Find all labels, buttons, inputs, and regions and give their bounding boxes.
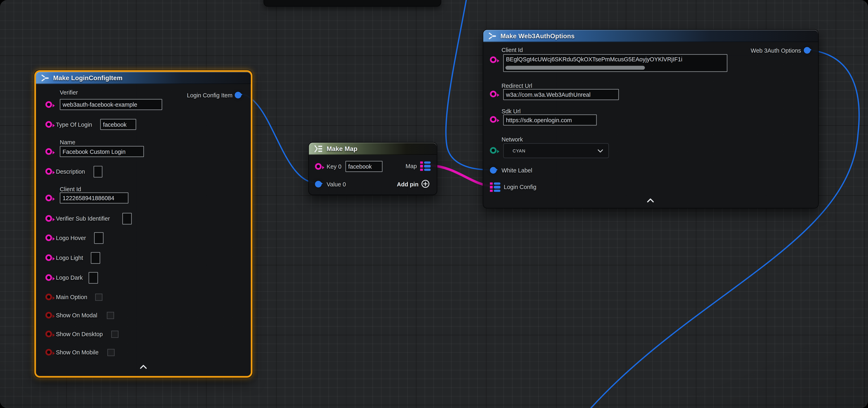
node-header[interactable]: Make Web3AuthOptions bbox=[483, 30, 818, 42]
show-on-mobile-checkbox[interactable] bbox=[107, 349, 115, 356]
input-pin-show-on-modal[interactable] bbox=[45, 312, 52, 318]
field-label-show-on-modal: Show On Modal bbox=[56, 312, 97, 318]
input-pin-value-0[interactable] bbox=[315, 181, 322, 188]
input-pin-verifier-sub-identifier[interactable] bbox=[45, 215, 52, 222]
verifier-input[interactable]: web3auth-facebook-example bbox=[60, 99, 162, 110]
input-pin-network[interactable] bbox=[490, 147, 497, 154]
network-dropdown[interactable]: CYAN bbox=[503, 143, 609, 158]
input-pin-verifier[interactable] bbox=[45, 101, 52, 108]
input-pin-name[interactable] bbox=[45, 148, 52, 155]
offscreen-node-fragment[interactable] bbox=[264, 0, 441, 7]
output-pin-map[interactable] bbox=[420, 162, 431, 171]
input-pin-login-config[interactable] bbox=[490, 182, 500, 192]
client-id-scrollbar[interactable] bbox=[505, 66, 645, 69]
field-label-client-id: Client Id bbox=[501, 46, 523, 53]
field-label-value-0: Value 0 bbox=[327, 181, 346, 188]
field-label-logo-dark: Logo Dark bbox=[56, 274, 83, 281]
collapse-chevron-icon[interactable] bbox=[140, 364, 147, 369]
network-selected-value: CYAN bbox=[513, 148, 525, 153]
node-header[interactable]: Make LoginConfigItem bbox=[36, 72, 251, 84]
field-label-network: Network bbox=[501, 136, 523, 143]
output-pin-login-config-item[interactable] bbox=[235, 92, 241, 99]
field-label-show-on-desktop: Show On Desktop bbox=[56, 331, 103, 337]
field-label-description: Description bbox=[56, 168, 85, 175]
input-pin-type-of-login[interactable] bbox=[45, 121, 52, 128]
make-struct-icon bbox=[488, 32, 497, 40]
field-label-show-on-mobile: Show On Mobile bbox=[56, 349, 98, 355]
node-title: Make Web3AuthOptions bbox=[500, 33, 575, 39]
field-label-logo-light: Logo Light bbox=[56, 254, 83, 261]
logo-hover-input[interactable] bbox=[94, 232, 103, 244]
field-label-redirect-url: Redirect Url bbox=[501, 82, 532, 89]
key-0-input[interactable]: facebook bbox=[345, 161, 382, 172]
field-label-verifier-sub-identifier: Verifier Sub Identifier bbox=[56, 215, 110, 222]
field-label-name: Name bbox=[60, 139, 75, 145]
node-header[interactable]: Make Map bbox=[309, 143, 437, 155]
field-label-logo-hover: Logo Hover bbox=[56, 234, 86, 241]
dropdown-chevron-icon bbox=[597, 149, 603, 152]
logo-light-input[interactable] bbox=[91, 252, 100, 264]
verifier-sub-identifier-input[interactable] bbox=[122, 213, 132, 225]
field-label-verifier: Verifier bbox=[60, 89, 78, 96]
node-make-map[interactable]: Make Map Key 0 facebook Map Value 0 Add … bbox=[308, 142, 437, 195]
description-input[interactable] bbox=[94, 166, 102, 177]
input-pin-sdk-url[interactable] bbox=[490, 116, 497, 123]
input-pin-redirect-url[interactable] bbox=[490, 91, 497, 97]
logo-dark-input[interactable] bbox=[89, 272, 98, 283]
blueprint-graph-canvas[interactable]: Make LoginConfigItem Login Config Item V… bbox=[0, 0, 868, 408]
output-pin-web3auth-options[interactable] bbox=[804, 47, 810, 54]
field-label-key-0: Key 0 bbox=[327, 163, 341, 170]
node-title: Make Map bbox=[327, 145, 358, 152]
output-pin-label: Web 3Auth Options bbox=[751, 47, 801, 54]
input-pin-logo-hover[interactable] bbox=[45, 234, 52, 241]
output-pin-label-map: Map bbox=[405, 163, 417, 169]
sdk-url-input[interactable]: https://sdk.openlogin.com bbox=[503, 114, 597, 126]
output-pin-label: Login Config Item bbox=[187, 92, 232, 99]
field-label-sdk-url: Sdk Url bbox=[501, 108, 521, 114]
input-pin-client-id[interactable] bbox=[45, 195, 52, 201]
input-pin-logo-light[interactable] bbox=[45, 254, 52, 261]
make-struct-icon bbox=[41, 74, 49, 82]
show-on-desktop-checkbox[interactable] bbox=[111, 331, 119, 338]
field-label-type-of-login: Type Of Login bbox=[56, 121, 92, 128]
node-make-loginconfigitem[interactable]: Make LoginConfigItem Login Config Item V… bbox=[34, 70, 252, 378]
add-pin-plus-icon bbox=[421, 180, 430, 188]
input-pin-logo-dark[interactable] bbox=[45, 274, 52, 281]
collapse-chevron-icon[interactable] bbox=[647, 198, 654, 203]
node-title: Make LoginConfigItem bbox=[53, 75, 122, 81]
add-pin-label: Add pin bbox=[397, 180, 418, 187]
input-pin-description[interactable] bbox=[45, 168, 52, 175]
input-pin-show-on-desktop[interactable] bbox=[45, 331, 52, 337]
node-make-web3authoptions[interactable]: Make Web3AuthOptions Web 3Auth Options C… bbox=[483, 29, 818, 208]
field-label-client-id: Client Id bbox=[60, 186, 81, 193]
client-id-input[interactable]: 1222658941886084 bbox=[60, 193, 128, 204]
type-of-login-input[interactable]: facebook bbox=[100, 119, 136, 130]
field-label-main-option: Main Option bbox=[56, 294, 87, 300]
add-pin-button[interactable]: Add pin bbox=[397, 180, 430, 188]
input-pin-show-on-mobile[interactable] bbox=[45, 349, 52, 355]
field-label-login-config: Login Config bbox=[504, 183, 536, 190]
make-map-icon bbox=[314, 145, 323, 152]
input-pin-main-option[interactable] bbox=[45, 294, 52, 300]
field-label-white-label: White Label bbox=[501, 167, 532, 174]
main-option-checkbox[interactable] bbox=[95, 294, 102, 301]
input-pin-key-0[interactable] bbox=[315, 163, 322, 170]
input-pin-white-label[interactable] bbox=[490, 167, 497, 174]
input-pin-client-id[interactable] bbox=[490, 57, 497, 63]
name-input[interactable]: Facebook Custom Login bbox=[60, 146, 144, 157]
redirect-url-input[interactable]: w3a://com.w3a.Web3AuthUnreal bbox=[503, 89, 619, 100]
show-on-modal-checkbox[interactable] bbox=[107, 312, 114, 319]
